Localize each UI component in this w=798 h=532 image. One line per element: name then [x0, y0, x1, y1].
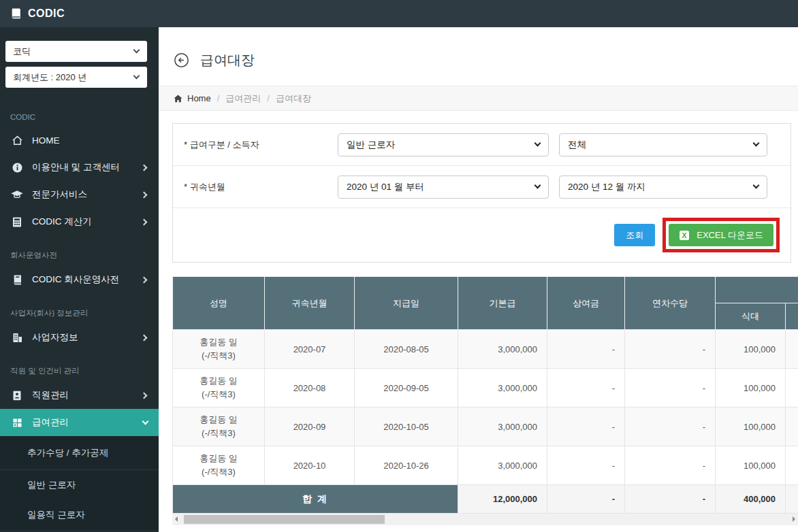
sidebar-item-employee-management[interactable]: 직원관리 [0, 382, 159, 409]
breadcrumb-separator: / [267, 93, 270, 103]
chevron-down-icon [133, 46, 140, 53]
payroll-submenu: 추가수당 / 추가공제 일반 근로자 일용직 근로자 [0, 436, 159, 530]
column-header-meal-allowance: 식대 [716, 303, 786, 330]
pay-type-select[interactable]: 일반 근로자 [338, 133, 549, 156]
total-meal-allowance-cell: 400,000 [716, 485, 786, 514]
annual-allowance-cell: - [625, 446, 716, 485]
breadcrumb: Home / 급여관리 / 급여대장 [159, 86, 798, 111]
clipped-cell [786, 408, 798, 446]
bonus-cell: - [547, 446, 625, 485]
filter-row-period: * 귀속년월 2020 년 01 월 부터 2020 년 12 월 까지 [173, 166, 791, 208]
chevron-down-icon [534, 182, 541, 188]
excel-download-button[interactable]: X EXCEL 다운로드 [669, 224, 773, 246]
filter-label-pay-type: * 급여구분 / 소득자 [184, 139, 338, 151]
sidebar-item-home[interactable]: HOME [0, 127, 159, 154]
chevron-down-icon [142, 418, 149, 425]
fiscal-year-select[interactable]: 회계년도 : 2020 년 [5, 67, 147, 88]
chevron-right-icon [141, 164, 148, 171]
table-row: 홍길동 일(-/직책3) 2020-07 2020-08-05 3,000,00… [173, 330, 798, 369]
chevron-right-icon [141, 334, 148, 341]
table-row: 홍길동 일(-/직책3) 2020-09 2020-10-05 3,000,00… [173, 408, 798, 446]
meal-allowance-cell: 100,000 [716, 408, 786, 446]
main-content: 급여대장 Home / 급여관리 / 급여대장 * 급여구분 / 소득자 [159, 27, 798, 532]
base-pay-cell: 3,000,000 [458, 330, 547, 369]
sidebar-item-calculator[interactable]: CODIC 계산기 [0, 208, 159, 235]
sidebar-item-label: 사업자정보 [32, 331, 78, 344]
pay-type-select-value: 일반 근로자 [347, 139, 395, 151]
employee-name-cell: 홍길동 일(-/직책3) [173, 408, 265, 446]
sidebar-section-dictionary: 회사운영사전 [0, 235, 159, 266]
logo-text: CODIC [28, 7, 65, 20]
annotation-highlight-box: X EXCEL 다운로드 [663, 218, 780, 252]
graduation-cap-icon [10, 189, 24, 201]
paydate-cell: 2020-09-05 [355, 369, 458, 408]
breadcrumb-payroll-link[interactable]: 급여관리 [225, 93, 261, 105]
meal-allowance-cell: 100,000 [716, 446, 786, 485]
sidebar: 코딕 회계년도 : 2020 년 CODIC HOME [0, 27, 159, 532]
bonus-cell: - [547, 369, 625, 408]
chevron-right-icon [141, 276, 148, 283]
back-arrow-icon[interactable] [174, 52, 189, 68]
income-earner-select-value: 전체 [568, 139, 586, 151]
sidebar-subitem-regular-worker[interactable]: 일반 근로자 [0, 470, 159, 500]
meal-allowance-cell: 100,000 [716, 330, 786, 369]
period-to-select[interactable]: 2020 년 12 월 까지 [559, 176, 767, 199]
breadcrumb-home-link[interactable]: Home [187, 93, 211, 103]
sidebar-item-label: HOME [32, 135, 60, 146]
annual-allowance-cell: - [625, 408, 716, 446]
month-cell: 2020-08 [265, 369, 355, 408]
month-cell: 2020-10 [265, 446, 355, 485]
scrollbar-thumb[interactable] [184, 515, 385, 524]
chevron-down-icon [534, 139, 541, 146]
codic-logo[interactable]: CODIC [10, 7, 65, 20]
filter-actions-row: 조회 X EXCEL 다운로드 [173, 208, 791, 262]
payroll-table: 성명 귀속년월 지급일 기본급 상여금 연차수당 식대 [172, 276, 798, 514]
sidebar-item-company-dictionary[interactable]: CODIC 회사운영사전 [0, 266, 159, 293]
chevron-down-icon [753, 139, 760, 146]
sidebar-item-payroll-management[interactable]: 급여관리 [0, 409, 159, 436]
sidebar-item-label: CODIC 회사운영사전 [32, 273, 119, 286]
paydate-cell: 2020-08-05 [355, 330, 458, 369]
chevron-down-icon [133, 72, 140, 79]
column-header-bonus: 상여금 [547, 277, 625, 330]
company-select-value: 코딕 [13, 46, 31, 58]
total-annual-allowance-cell: - [625, 485, 716, 514]
column-header-month: 귀속년월 [265, 277, 355, 330]
clipped-cell [786, 485, 798, 514]
filter-panel: * 급여구분 / 소득자 일반 근로자 전체 * 귀속년월 [172, 123, 791, 263]
search-button[interactable]: 조회 [614, 224, 655, 246]
month-cell: 2020-07 [265, 330, 355, 369]
home-icon [174, 95, 182, 103]
calculator-icon [10, 216, 24, 228]
info-icon [10, 162, 24, 173]
book-icon [10, 274, 24, 286]
employee-name-cell: 홍길동 일(-/직책3) [173, 369, 265, 408]
clipped-cell [786, 446, 798, 485]
app-window: CODIC 코딕 회계년도 : 2020 년 CODIC [0, 0, 798, 532]
period-from-select-value: 2020 년 01 월 부터 [347, 181, 424, 193]
excel-file-icon: X [679, 230, 690, 241]
column-group-header [716, 277, 798, 303]
employee-name-cell: 홍길동 일(-/직책3) [173, 446, 265, 485]
sidebar-item-expert-service[interactable]: 전문가서비스 [0, 181, 159, 208]
scroll-right-arrow-icon[interactable] [793, 516, 795, 522]
income-earner-select[interactable]: 전체 [559, 133, 767, 156]
filter-row-pay-type: * 급여구분 / 소득자 일반 근로자 전체 [173, 124, 791, 166]
bonus-cell: - [547, 330, 625, 369]
sidebar-item-business-info[interactable]: 사업자정보 [0, 324, 159, 351]
paydate-cell: 2020-10-26 [355, 446, 458, 485]
company-select[interactable]: 코딕 [5, 41, 147, 62]
sidebar-subitem-extra-allowance[interactable]: 추가수당 / 추가공제 [0, 436, 159, 470]
svg-text:X: X [682, 231, 688, 239]
chevron-right-icon [141, 191, 148, 198]
scroll-left-arrow-icon[interactable] [175, 516, 178, 522]
horizontal-scrollbar[interactable] [172, 514, 798, 525]
sidebar-item-guide[interactable]: 이용안내 및 고객센터 [0, 154, 159, 181]
sidebar-subitem-daily-worker[interactable]: 일용직 근로자 [0, 500, 159, 530]
period-from-select[interactable]: 2020 년 01 월 부터 [338, 176, 549, 199]
sidebar-item-label: 이용안내 및 고객센터 [32, 161, 120, 173]
payroll-grid-icon [10, 417, 24, 429]
base-pay-cell: 3,000,000 [458, 408, 547, 446]
sidebar-item-label: 전문가서비스 [32, 188, 87, 201]
base-pay-cell: 3,000,000 [458, 446, 547, 485]
